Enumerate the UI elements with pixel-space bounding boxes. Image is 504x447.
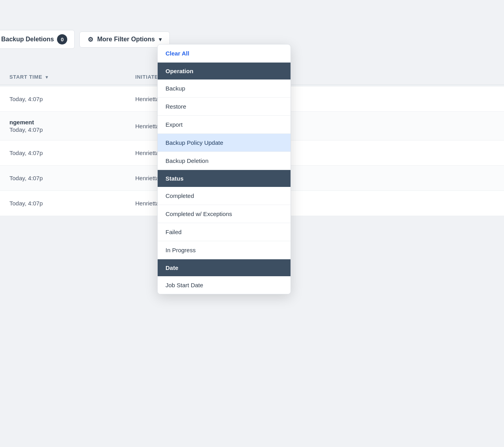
clear-all-button[interactable]: Clear All: [158, 44, 291, 63]
filter-item-job-start-date[interactable]: Job Start Date: [158, 276, 291, 294]
filter-item-backup[interactable]: Backup: [158, 79, 291, 98]
backup-deletions-label: Backup Deletions: [1, 36, 54, 43]
row-start-time: Today, 4:07p: [9, 200, 135, 207]
filter-item-restore[interactable]: Restore: [158, 98, 291, 116]
chevron-down-icon: ▾: [159, 36, 162, 42]
row-start-time: Today, 4:07p: [9, 150, 135, 156]
operation-section-header: Operation: [158, 63, 291, 79]
sort-arrow-icon: ▼: [45, 75, 50, 79]
filter-icon: ⚙: [88, 36, 93, 43]
filter-item-completed-exceptions[interactable]: Completed w/ Exceptions: [158, 205, 291, 223]
page-wrapper: Backup Deletions 0 ⚙ More Filter Options…: [0, 0, 504, 447]
row-start-time: ngement Today, 4:07p: [9, 119, 135, 133]
filter-dropdown: Clear All Operation Backup Restore Expor…: [157, 44, 291, 294]
row-start-time: Today, 4:07p: [9, 175, 135, 181]
filter-item-backup-policy-update[interactable]: Backup Policy Update: [158, 134, 291, 152]
date-section-header: Date: [158, 259, 291, 276]
backup-deletions-tab[interactable]: Backup Deletions 0: [0, 30, 75, 49]
filter-item-backup-deletion[interactable]: Backup Deletion: [158, 152, 291, 170]
status-section-header: Status: [158, 170, 291, 187]
start-time-column-header[interactable]: START TIME ▼: [9, 74, 135, 80]
filter-item-export[interactable]: Export: [158, 116, 291, 134]
more-filter-label: More Filter Options: [97, 36, 155, 43]
backup-deletions-badge: 0: [57, 34, 67, 44]
more-filter-button[interactable]: ⚙ More Filter Options ▾: [79, 31, 170, 48]
start-time-label: START TIME: [9, 74, 42, 80]
filter-item-in-progress[interactable]: In Progress: [158, 241, 291, 259]
row-start-time: Today, 4:07p: [9, 96, 135, 102]
filter-item-completed[interactable]: Completed: [158, 187, 291, 205]
top-bg: [0, 0, 504, 24]
filter-item-failed[interactable]: Failed: [158, 223, 291, 241]
